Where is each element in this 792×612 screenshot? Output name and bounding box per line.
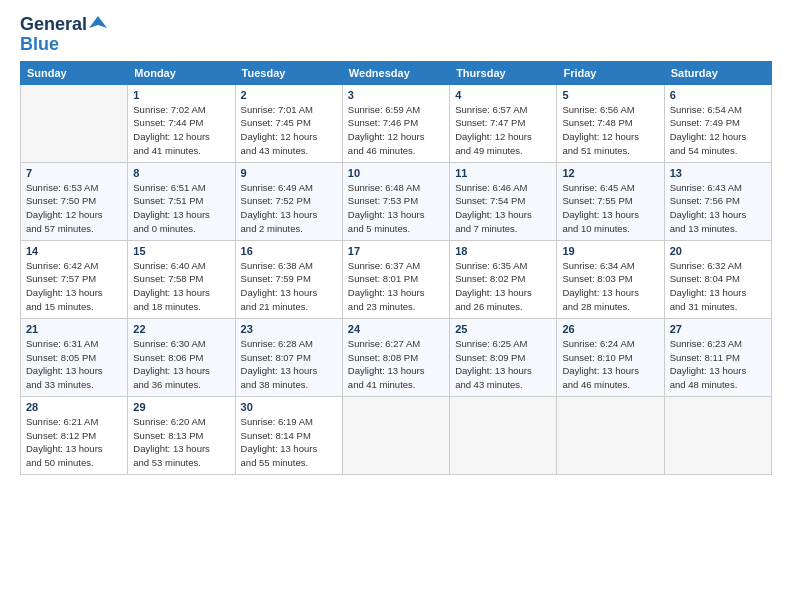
day-number: 10 — [348, 167, 444, 179]
day-number: 26 — [562, 323, 658, 335]
day-number: 20 — [670, 245, 766, 257]
day-info: Sunrise: 6:31 AMSunset: 8:05 PMDaylight:… — [26, 337, 122, 392]
day-info: Sunrise: 6:37 AMSunset: 8:01 PMDaylight:… — [348, 259, 444, 314]
day-number: 16 — [241, 245, 337, 257]
day-info: Sunrise: 6:40 AMSunset: 7:58 PMDaylight:… — [133, 259, 229, 314]
page: General Blue SundayMondayTuesdayWednesda… — [0, 0, 792, 485]
day-info: Sunrise: 6:28 AMSunset: 8:07 PMDaylight:… — [241, 337, 337, 392]
day-number: 5 — [562, 89, 658, 101]
day-number: 23 — [241, 323, 337, 335]
day-cell — [342, 396, 449, 474]
day-info: Sunrise: 6:35 AMSunset: 8:02 PMDaylight:… — [455, 259, 551, 314]
day-number: 21 — [26, 323, 122, 335]
day-cell: 9Sunrise: 6:49 AMSunset: 7:52 PMDaylight… — [235, 162, 342, 240]
day-info: Sunrise: 6:43 AMSunset: 7:56 PMDaylight:… — [670, 181, 766, 236]
day-info: Sunrise: 6:42 AMSunset: 7:57 PMDaylight:… — [26, 259, 122, 314]
logo: General Blue — [20, 15, 107, 55]
col-header-monday: Monday — [128, 61, 235, 84]
calendar-table: SundayMondayTuesdayWednesdayThursdayFrid… — [20, 61, 772, 475]
col-header-saturday: Saturday — [664, 61, 771, 84]
day-number: 9 — [241, 167, 337, 179]
day-number: 2 — [241, 89, 337, 101]
day-cell: 5Sunrise: 6:56 AMSunset: 7:48 PMDaylight… — [557, 84, 664, 162]
logo-text: General — [20, 15, 87, 35]
day-cell: 16Sunrise: 6:38 AMSunset: 7:59 PMDayligh… — [235, 240, 342, 318]
col-header-sunday: Sunday — [21, 61, 128, 84]
day-cell: 26Sunrise: 6:24 AMSunset: 8:10 PMDayligh… — [557, 318, 664, 396]
day-cell: 29Sunrise: 6:20 AMSunset: 8:13 PMDayligh… — [128, 396, 235, 474]
day-info: Sunrise: 7:02 AMSunset: 7:44 PMDaylight:… — [133, 103, 229, 158]
col-header-tuesday: Tuesday — [235, 61, 342, 84]
day-cell: 15Sunrise: 6:40 AMSunset: 7:58 PMDayligh… — [128, 240, 235, 318]
day-number: 12 — [562, 167, 658, 179]
day-number: 18 — [455, 245, 551, 257]
day-number: 24 — [348, 323, 444, 335]
day-number: 3 — [348, 89, 444, 101]
day-number: 7 — [26, 167, 122, 179]
day-cell: 8Sunrise: 6:51 AMSunset: 7:51 PMDaylight… — [128, 162, 235, 240]
day-cell: 28Sunrise: 6:21 AMSunset: 8:12 PMDayligh… — [21, 396, 128, 474]
day-cell — [664, 396, 771, 474]
day-info: Sunrise: 6:32 AMSunset: 8:04 PMDaylight:… — [670, 259, 766, 314]
day-info: Sunrise: 6:27 AMSunset: 8:08 PMDaylight:… — [348, 337, 444, 392]
day-cell: 21Sunrise: 6:31 AMSunset: 8:05 PMDayligh… — [21, 318, 128, 396]
day-cell: 7Sunrise: 6:53 AMSunset: 7:50 PMDaylight… — [21, 162, 128, 240]
day-info: Sunrise: 6:54 AMSunset: 7:49 PMDaylight:… — [670, 103, 766, 158]
day-number: 8 — [133, 167, 229, 179]
day-info: Sunrise: 6:51 AMSunset: 7:51 PMDaylight:… — [133, 181, 229, 236]
day-info: Sunrise: 6:21 AMSunset: 8:12 PMDaylight:… — [26, 415, 122, 470]
day-number: 25 — [455, 323, 551, 335]
day-number: 17 — [348, 245, 444, 257]
day-number: 1 — [133, 89, 229, 101]
day-cell — [557, 396, 664, 474]
day-number: 13 — [670, 167, 766, 179]
day-cell: 11Sunrise: 6:46 AMSunset: 7:54 PMDayligh… — [450, 162, 557, 240]
day-info: Sunrise: 6:48 AMSunset: 7:53 PMDaylight:… — [348, 181, 444, 236]
week-row-1: 1Sunrise: 7:02 AMSunset: 7:44 PMDaylight… — [21, 84, 772, 162]
day-info: Sunrise: 6:38 AMSunset: 7:59 PMDaylight:… — [241, 259, 337, 314]
day-info: Sunrise: 6:30 AMSunset: 8:06 PMDaylight:… — [133, 337, 229, 392]
day-number: 6 — [670, 89, 766, 101]
day-cell: 24Sunrise: 6:27 AMSunset: 8:08 PMDayligh… — [342, 318, 449, 396]
logo-blue: Blue — [20, 35, 59, 55]
day-cell: 14Sunrise: 6:42 AMSunset: 7:57 PMDayligh… — [21, 240, 128, 318]
day-number: 28 — [26, 401, 122, 413]
day-info: Sunrise: 6:46 AMSunset: 7:54 PMDaylight:… — [455, 181, 551, 236]
col-header-wednesday: Wednesday — [342, 61, 449, 84]
day-number: 15 — [133, 245, 229, 257]
day-info: Sunrise: 6:19 AMSunset: 8:14 PMDaylight:… — [241, 415, 337, 470]
day-number: 19 — [562, 245, 658, 257]
day-info: Sunrise: 6:56 AMSunset: 7:48 PMDaylight:… — [562, 103, 658, 158]
day-cell: 18Sunrise: 6:35 AMSunset: 8:02 PMDayligh… — [450, 240, 557, 318]
day-info: Sunrise: 6:23 AMSunset: 8:11 PMDaylight:… — [670, 337, 766, 392]
header: General Blue — [20, 15, 772, 55]
day-cell: 20Sunrise: 6:32 AMSunset: 8:04 PMDayligh… — [664, 240, 771, 318]
week-row-2: 7Sunrise: 6:53 AMSunset: 7:50 PMDaylight… — [21, 162, 772, 240]
day-info: Sunrise: 6:53 AMSunset: 7:50 PMDaylight:… — [26, 181, 122, 236]
day-info: Sunrise: 6:57 AMSunset: 7:47 PMDaylight:… — [455, 103, 551, 158]
day-cell — [21, 84, 128, 162]
day-number: 11 — [455, 167, 551, 179]
day-cell: 25Sunrise: 6:25 AMSunset: 8:09 PMDayligh… — [450, 318, 557, 396]
day-number: 30 — [241, 401, 337, 413]
day-number: 14 — [26, 245, 122, 257]
day-cell: 12Sunrise: 6:45 AMSunset: 7:55 PMDayligh… — [557, 162, 664, 240]
day-cell: 2Sunrise: 7:01 AMSunset: 7:45 PMDaylight… — [235, 84, 342, 162]
col-header-friday: Friday — [557, 61, 664, 84]
day-number: 27 — [670, 323, 766, 335]
svg-marker-0 — [89, 16, 107, 28]
day-cell: 17Sunrise: 6:37 AMSunset: 8:01 PMDayligh… — [342, 240, 449, 318]
day-cell: 1Sunrise: 7:02 AMSunset: 7:44 PMDaylight… — [128, 84, 235, 162]
day-info: Sunrise: 6:25 AMSunset: 8:09 PMDaylight:… — [455, 337, 551, 392]
logo-general: General — [20, 14, 87, 34]
day-cell: 23Sunrise: 6:28 AMSunset: 8:07 PMDayligh… — [235, 318, 342, 396]
day-info: Sunrise: 6:34 AMSunset: 8:03 PMDaylight:… — [562, 259, 658, 314]
day-info: Sunrise: 7:01 AMSunset: 7:45 PMDaylight:… — [241, 103, 337, 158]
day-info: Sunrise: 6:20 AMSunset: 8:13 PMDaylight:… — [133, 415, 229, 470]
day-cell: 3Sunrise: 6:59 AMSunset: 7:46 PMDaylight… — [342, 84, 449, 162]
day-cell: 19Sunrise: 6:34 AMSunset: 8:03 PMDayligh… — [557, 240, 664, 318]
header-row: SundayMondayTuesdayWednesdayThursdayFrid… — [21, 61, 772, 84]
day-cell: 22Sunrise: 6:30 AMSunset: 8:06 PMDayligh… — [128, 318, 235, 396]
week-row-4: 21Sunrise: 6:31 AMSunset: 8:05 PMDayligh… — [21, 318, 772, 396]
logo-bird-icon — [89, 14, 107, 32]
